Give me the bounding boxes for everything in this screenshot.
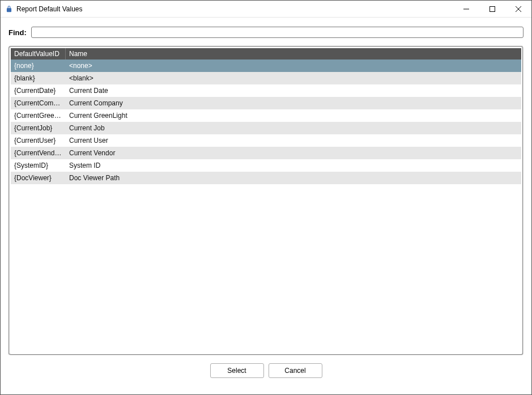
table-row[interactable]: {CurrentDate}Current Date [11, 84, 521, 97]
cancel-button[interactable]: Cancel [269, 363, 322, 378]
cell-id: {none} [11, 62, 66, 70]
minimize-button[interactable] [453, 1, 479, 17]
table-row[interactable]: {CurrentVendor}Current Vendor [11, 147, 521, 159]
find-label: Find: [8, 28, 27, 37]
content-area: Find: DefaultValueID Name {none}<none>{b… [1, 18, 531, 385]
cell-name: <none> [66, 62, 521, 70]
table-row[interactable]: {none}<none> [11, 60, 521, 72]
column-header-id[interactable]: DefaultValueID [11, 48, 66, 60]
grid-frame: DefaultValueID Name {none}<none>{blank}<… [8, 46, 524, 355]
title-bar: Report Default Values [1, 1, 531, 18]
cell-name: Current Company [66, 99, 521, 107]
cell-id: {CurrentJob} [11, 124, 66, 132]
lock-icon [5, 5, 13, 13]
window-controls [453, 1, 531, 17]
table-row[interactable]: {CurrentGreenLig...Current GreenLight [11, 109, 521, 122]
table-row[interactable]: {SystemID}System ID [11, 159, 521, 172]
cell-id: {CurrentVendor} [11, 149, 66, 157]
cell-name: Current GreenLight [66, 112, 521, 120]
cell-id: {DocViewer} [11, 174, 66, 182]
cell-name: System ID [66, 162, 521, 169]
grid-header: DefaultValueID Name [11, 48, 521, 60]
cell-id: {CurrentDate} [11, 87, 66, 95]
cell-name: Current Date [66, 87, 521, 95]
find-row: Find: [8, 23, 524, 38]
cell-id: {CurrentCompany} [11, 99, 66, 107]
cell-name: <blank> [66, 74, 521, 82]
cell-id: {CurrentGreenLig... [11, 112, 66, 120]
cell-id: {CurrentUser} [11, 137, 66, 145]
column-header-name[interactable]: Name [66, 48, 521, 60]
cell-name: Current User [66, 137, 521, 145]
grid-body: {none}<none>{blank}<blank>{CurrentDate}C… [11, 60, 521, 184]
cell-name: Current Vendor [66, 149, 521, 157]
table-row[interactable]: {CurrentCompany}Current Company [11, 97, 521, 109]
cell-id: {blank} [11, 74, 66, 82]
table-row[interactable]: {DocViewer}Doc Viewer Path [11, 172, 521, 184]
table-row[interactable]: {CurrentJob}Current Job [11, 122, 521, 134]
select-button[interactable]: Select [210, 363, 264, 378]
find-input[interactable] [31, 27, 524, 38]
close-button[interactable] [505, 1, 531, 17]
cell-name: Doc Viewer Path [66, 174, 521, 182]
window-title: Report Default Values [16, 5, 453, 13]
cell-id: {SystemID} [11, 162, 66, 169]
table-row[interactable]: {blank}<blank> [11, 72, 521, 84]
cell-name: Current Job [66, 124, 521, 132]
maximize-button[interactable] [479, 1, 505, 17]
grid: DefaultValueID Name {none}<none>{blank}<… [11, 48, 521, 353]
footer-buttons: Select Cancel [8, 355, 524, 385]
svg-rect-1 [490, 6, 495, 11]
table-row[interactable]: {CurrentUser}Current User [11, 134, 521, 147]
